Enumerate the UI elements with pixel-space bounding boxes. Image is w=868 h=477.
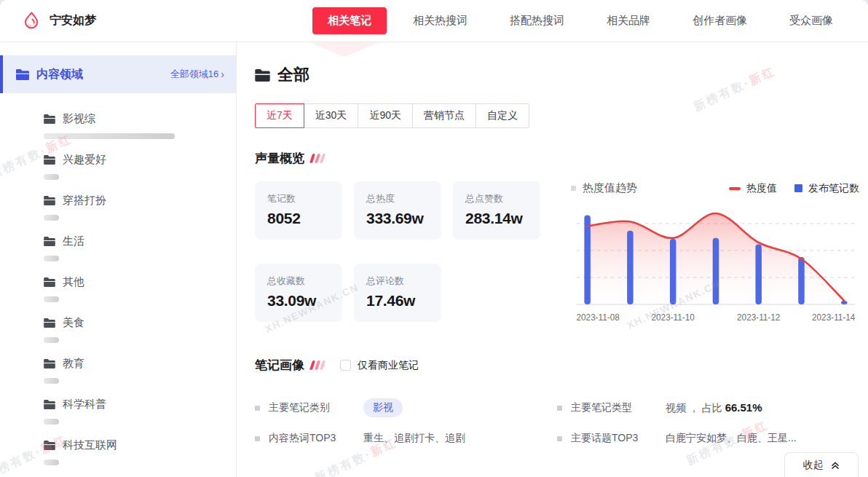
red-line-legend-icon [729, 187, 741, 190]
bullet-icon [255, 406, 260, 411]
stat-label: 总收藏数 [267, 275, 342, 288]
sidebar-item-label: 影视综 [63, 112, 95, 126]
page-keyword-title: 宁安如梦 [50, 13, 96, 28]
sidebar-item[interactable]: 美食 [44, 316, 236, 343]
nav-tab-6[interactable]: 受众画像 [773, 8, 849, 33]
folder-icon [44, 400, 55, 409]
bullet-icon [557, 436, 562, 441]
sidebar-item-label: 生活 [63, 234, 84, 248]
sidebar-item[interactable]: 科技互联网 [44, 438, 236, 465]
folder-icon [16, 69, 29, 80]
folder-icon [44, 277, 55, 287]
nav-tab-2[interactable]: 相关热搜词 [397, 8, 484, 33]
stat-label: 笔记数 [267, 192, 342, 205]
folder-icon [44, 196, 55, 205]
profile-row: 主要笔记类别影视 [255, 398, 557, 417]
time-tab-5[interactable]: 自定义 [476, 103, 529, 128]
sidebar-item-row: 其他 [44, 275, 236, 289]
folder-icon [44, 318, 55, 328]
sidebar-item-row: 科技互联网 [44, 438, 236, 452]
brand: 宁安如梦 [20, 10, 96, 32]
chart-legend: 热度值 发布笔记数 [729, 182, 859, 195]
legend-item-heat[interactable]: 热度值 [729, 182, 777, 195]
pink-triangle-decor [309, 42, 379, 57]
folder-icon [44, 359, 55, 368]
time-filter-group: 近7天近30天近90天营销节点自定义 [255, 103, 529, 128]
time-tab-4[interactable]: 营销节点 [412, 103, 476, 128]
section-title: 声量概览 [255, 150, 304, 167]
collapse-button[interactable]: 收起 [784, 452, 859, 477]
nav-tab-1[interactable]: 相关笔记 [312, 7, 387, 34]
time-tab-1[interactable]: 近7天 [255, 103, 304, 128]
profile-row-label: 主要笔记类别 [269, 401, 355, 414]
nav-tabs: 相关笔记相关热搜词搭配热搜词相关品牌创作者画像受众画像 [312, 7, 849, 34]
sidebar-item-row: 科学科普 [44, 398, 236, 411]
progress-bar [44, 460, 59, 465]
app-window: 宁安如梦 相关笔记相关热搜词搭配热搜词相关品牌创作者画像受众画像 内容领域 全部… [0, 0, 868, 477]
progress-bar [44, 378, 59, 384]
all-domains-link[interactable]: 全部领域16› [170, 68, 224, 81]
sidebar-item-row: 兴趣爱好 [44, 153, 236, 167]
commercial-notes-filter[interactable]: 仅看商业笔记 [340, 359, 419, 372]
trend-chart: 热度值趋势 热度值 发布笔记数 [571, 181, 859, 331]
progress-bar [44, 174, 59, 180]
stat-label: 总评论数 [366, 275, 441, 288]
stat-card: 总点赞数283.14w [453, 181, 540, 240]
sidebar-title: 内容领域 [36, 67, 83, 82]
sidebar-header: 内容领域 全部领域16› [0, 55, 236, 93]
chart-title: 热度值趋势 [583, 181, 637, 195]
sidebar-item-row: 教育 [44, 357, 236, 371]
stat-value: 333.69w [366, 210, 441, 227]
stat-card: 总收藏数33.09w [255, 264, 342, 322]
chart-plot-area: 2023-11-082023-11-102023-11-122023-11-14 [571, 198, 859, 331]
flame-logo-icon [20, 10, 42, 32]
svg-text:2023-11-08: 2023-11-08 [577, 312, 620, 323]
progress-bar [44, 256, 59, 261]
checkbox-icon[interactable] [340, 360, 351, 371]
sidebar-item-list: 影视综兴趣爱好穿搭打扮生活其他美食教育科学科普科技互联网 [44, 112, 236, 465]
sidebar-content-domains: 内容领域 全部领域16› 影视综兴趣爱好穿搭打扮生活其他美食教育科学科普科技互联… [0, 42, 237, 477]
stat-card: 笔记数8052 [255, 181, 342, 240]
sidebar-item-label: 兴趣爱好 [63, 153, 106, 167]
folder-icon [44, 114, 55, 124]
sidebar-item[interactable]: 教育 [44, 357, 236, 384]
nav-tab-4[interactable]: 相关品牌 [591, 8, 666, 33]
stat-value: 33.09w [267, 292, 342, 310]
main-panel: 全部 近7天近30天近90天营销节点自定义 声量概览 笔记数8052总热度333… [237, 42, 868, 477]
sidebar-item-row: 生活 [44, 234, 236, 248]
stat-label: 总热度 [366, 192, 441, 205]
sidebar-item-label: 科技互联网 [63, 438, 117, 452]
sidebar-item-row: 影视综 [44, 112, 236, 126]
profile-row-value: 重生、追剧打卡、追剧 [363, 432, 465, 445]
profile-row-label: 主要话题TOP3 [571, 432, 657, 445]
profile-row-label: 内容热词TOP3 [269, 432, 355, 445]
checkbox-label: 仅看商业笔记 [358, 359, 419, 372]
time-tab-3[interactable]: 近90天 [358, 103, 413, 128]
sidebar-item-label: 穿搭打扮 [63, 194, 106, 208]
nav-tab-5[interactable]: 创作者画像 [676, 8, 763, 33]
sidebar-item-row: 美食 [44, 316, 236, 330]
sidebar-item[interactable]: 生活 [44, 234, 236, 261]
stat-label: 总点赞数 [465, 192, 540, 205]
time-tab-2[interactable]: 近30天 [304, 103, 359, 128]
stats-grid: 笔记数8052总热度333.69w总点赞数283.14w总收藏数33.09w总评… [255, 181, 553, 331]
profile-row: 主要笔记类型视频 ， 占比 66.51% [557, 398, 859, 417]
svg-text:2023-11-14: 2023-11-14 [812, 312, 856, 323]
sidebar-item-label: 美食 [63, 316, 84, 330]
progress-bar [44, 419, 59, 425]
stat-value: 283.14w [465, 210, 540, 227]
sidebar-item[interactable]: 其他 [44, 275, 236, 302]
folder-icon [44, 237, 55, 246]
sidebar-item-label: 其他 [63, 275, 84, 289]
sidebar-item[interactable]: 穿搭打扮 [44, 194, 236, 221]
nav-tab-3[interactable]: 搭配热搜词 [494, 8, 580, 33]
folder-icon [44, 155, 55, 165]
progress-bar [44, 133, 175, 139]
category-pill[interactable]: 影视 [363, 398, 403, 417]
sidebar-item[interactable]: 影视综 [44, 112, 236, 139]
legend-item-notes[interactable]: 发布笔记数 [794, 182, 859, 195]
sidebar-item[interactable]: 兴趣爱好 [44, 153, 236, 180]
chevron-right-icon: › [221, 69, 224, 79]
sidebar-item[interactable]: 科学科普 [44, 398, 236, 425]
stat-card: 总评论数17.46w [354, 264, 441, 322]
